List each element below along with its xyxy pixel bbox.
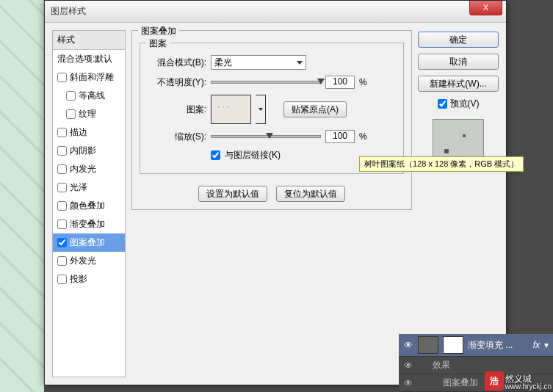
- texture-checkbox[interactable]: [66, 109, 76, 119]
- pattern-tooltip: 树叶图案纸（128 x 128 像素，RGB 模式）: [359, 156, 524, 172]
- scale-label: 缩放(S):: [148, 131, 206, 143]
- right-panel: 确定 取消 新建样式(W)... 预览(V): [418, 30, 499, 377]
- style-bevel[interactable]: 斜面和浮雕: [53, 68, 125, 87]
- style-stroke[interactable]: 描边: [53, 123, 125, 142]
- close-button[interactable]: X: [469, 1, 502, 15]
- watermark-badge: 浩: [485, 371, 504, 391]
- center-panel: 图案叠加 图案 混合模式(B): 柔光 不透明度(Y): 100: [131, 30, 412, 377]
- style-satin[interactable]: 光泽: [53, 178, 125, 197]
- style-outer-glow[interactable]: 外发光: [53, 252, 125, 270]
- fx-badge[interactable]: fx: [533, 340, 540, 350]
- pattern-dropdown[interactable]: [256, 95, 266, 124]
- preview-label: 预览(V): [450, 98, 480, 110]
- styles-header: 样式: [53, 31, 125, 50]
- layer-style-dialog: 图层样式 X 样式 混合选项:默认 斜面和浮雕 等高线 纹理 描边 内阴影 内发…: [44, 0, 507, 385]
- chevron-down-icon[interactable]: ▾: [544, 340, 549, 350]
- style-color-overlay[interactable]: 颜色叠加: [53, 197, 125, 215]
- preview-checkbox[interactable]: [438, 99, 447, 109]
- make-default-button[interactable]: 设置为默认值: [198, 186, 267, 202]
- style-pattern-overlay[interactable]: 图案叠加: [53, 233, 125, 252]
- watermark-url: www.hryckj.cn: [505, 383, 552, 391]
- chevron-down-icon: [259, 108, 263, 111]
- styles-list: 样式 混合选项:默认 斜面和浮雕 等高线 纹理 描边 内阴影 内发光 光泽 颜色…: [52, 30, 126, 377]
- opacity-input[interactable]: 100: [325, 76, 355, 89]
- pattern-swatch[interactable]: [211, 95, 251, 124]
- slider-thumb-icon[interactable]: [266, 133, 273, 139]
- style-gradient-overlay[interactable]: 渐变叠加: [53, 215, 125, 233]
- layer-name: 渐变填充 ...: [468, 339, 513, 352]
- color-overlay-checkbox[interactable]: [57, 201, 67, 211]
- blend-options-item[interactable]: 混合选项:默认: [53, 50, 125, 68]
- link-layer-label: 与图层链接(K): [225, 149, 281, 161]
- titlebar[interactable]: 图层样式 X: [45, 1, 506, 23]
- background-pattern: [0, 0, 44, 392]
- cancel-button[interactable]: 取消: [418, 54, 499, 70]
- inner-glow-checkbox[interactable]: [57, 164, 67, 174]
- visibility-icon[interactable]: 👁: [403, 340, 413, 350]
- layer-mask-thumb[interactable]: [443, 336, 463, 354]
- snap-origin-button[interactable]: 贴紧原点(A): [283, 101, 347, 117]
- style-inner-glow[interactable]: 内发光: [53, 160, 125, 178]
- drop-shadow-checkbox[interactable]: [57, 275, 67, 284]
- new-style-button[interactable]: 新建样式(W)...: [418, 76, 499, 92]
- outer-glow-checkbox[interactable]: [57, 256, 67, 266]
- blend-mode-label: 混合模式(B):: [148, 57, 206, 69]
- style-contour[interactable]: 等高线: [53, 87, 125, 105]
- opacity-label: 不透明度(Y):: [148, 76, 206, 89]
- dialog-title: 图层样式: [51, 5, 86, 18]
- scale-input[interactable]: 100: [325, 130, 355, 143]
- inner-shadow-checkbox[interactable]: [57, 146, 67, 156]
- reset-default-button[interactable]: 复位为默认值: [276, 186, 345, 202]
- satin-checkbox[interactable]: [57, 183, 67, 192]
- effects-label: 效果: [418, 359, 450, 371]
- slider-thumb-icon[interactable]: [317, 79, 325, 84]
- stroke-checkbox[interactable]: [57, 128, 67, 137]
- blend-mode-combo[interactable]: 柔光: [211, 55, 306, 70]
- watermark: 浩 然义城 www.hryckj.cn: [485, 371, 552, 391]
- visibility-icon[interactable]: 👁: [403, 360, 413, 371]
- layer-thumb[interactable]: [418, 336, 438, 354]
- opacity-slider[interactable]: [211, 81, 321, 84]
- scale-slider[interactable]: [211, 135, 321, 138]
- visibility-icon[interactable]: 👁: [403, 378, 413, 388]
- group-title: 图案叠加: [138, 25, 179, 37]
- bevel-checkbox[interactable]: [57, 73, 67, 82]
- chevron-down-icon: [297, 61, 303, 65]
- subgroup-title: 图案: [146, 37, 170, 50]
- gradient-overlay-checkbox[interactable]: [57, 219, 67, 229]
- ok-button[interactable]: 确定: [418, 32, 499, 48]
- style-inner-shadow[interactable]: 内阴影: [53, 142, 125, 160]
- contour-checkbox[interactable]: [66, 91, 76, 101]
- style-drop-shadow[interactable]: 投影: [53, 270, 125, 288]
- pattern-label: 图案:: [148, 104, 206, 116]
- style-texture[interactable]: 纹理: [53, 105, 125, 123]
- pattern-overlay-checkbox[interactable]: [57, 238, 67, 247]
- layer-row-active[interactable]: 👁 渐变填充 ... fx ▾: [399, 334, 553, 357]
- link-layer-checkbox[interactable]: [211, 150, 220, 160]
- effect-label: 图案叠加: [418, 377, 478, 389]
